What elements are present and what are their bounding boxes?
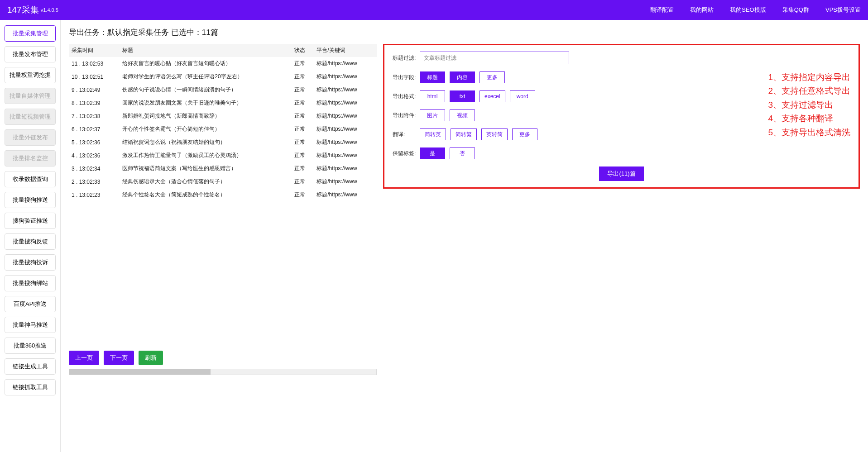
format-word-btn[interactable]: word — [510, 90, 535, 102]
table-row[interactable]: 11 . 13:02:53给好友留言的暖心贴（好友留言短句暖心话）正常标题/ht… — [69, 57, 377, 70]
cell-time: 11 . 13:02:53 — [69, 57, 120, 70]
field-label: 导出字段: — [393, 74, 420, 81]
table-row[interactable]: 3 . 13:02:34医师节祝福语简短文案（写给医生的感恩赠言）正常标题/ht… — [69, 162, 377, 175]
cell-time: 1 . 13:02:23 — [69, 188, 120, 201]
table-row[interactable]: 9 . 13:02:49伤感的句子说说心情（一瞬间情绪崩溃的句子）正常标题/ht… — [69, 83, 377, 96]
sidebar-item[interactable]: 链接生成工具 — [5, 358, 56, 375]
format-label: 导出格式: — [393, 93, 420, 100]
cell-platform: 标题/https://www — [314, 188, 377, 201]
trans-more-btn[interactable]: 更多 — [512, 128, 537, 140]
cell-platform: 标题/https://www — [314, 57, 377, 70]
prev-page-button[interactable]: 上一页 — [69, 351, 99, 365]
cell-platform: 标题/https://www — [314, 149, 377, 162]
cell-status: 正常 — [292, 123, 314, 136]
sidebar-item[interactable]: 批量发布管理 — [5, 46, 56, 62]
cell-title: 医师节祝福语简短文案（写给医生的感恩赠言） — [120, 162, 292, 175]
export-button[interactable]: 导出(11)篇 — [599, 167, 643, 181]
col-status: 状态 — [292, 44, 314, 57]
sidebar-item[interactable]: 批量搜狗反馈 — [5, 233, 56, 250]
feature-item: 1、支持指定内容导出 — [768, 71, 850, 84]
sidebar-item: 批量外链发布 — [5, 129, 56, 146]
table-row[interactable]: 8 . 13:02:39回家的说说发朋友圈文案（关于旧迹的唯美句子）正常标题/h… — [69, 96, 377, 109]
sidebar-item: 批量短视频管理 — [5, 109, 56, 125]
cell-title: 经典伤感语录大全（适合心情低落的句子） — [120, 175, 292, 188]
format-txt-btn[interactable]: txt — [450, 90, 475, 102]
col-time: 采集时间 — [69, 44, 120, 57]
table-row[interactable]: 10 . 13:02:51老师对学生的评语怎么写（班主任评语20字左右）正常标题… — [69, 70, 377, 83]
app-version: v1.4.0.5 — [41, 7, 58, 13]
table-row[interactable]: 4 . 13:02:36激发工作热情正能量句子（激励员工的心灵鸡汤）正常标题/h… — [69, 149, 377, 162]
cell-title: 伤感的句子说说心情（一瞬间情绪崩溃的句子） — [120, 83, 292, 96]
sidebar-item: 批量排名监控 — [5, 150, 56, 167]
keep-yes-btn[interactable]: 是 — [420, 147, 445, 159]
field-more-btn[interactable]: 更多 — [480, 71, 505, 83]
field-title-btn[interactable]: 标题 — [420, 71, 445, 83]
cell-platform: 标题/https://www — [314, 136, 377, 149]
nav-qq-group[interactable]: 采集QQ群 — [782, 6, 809, 14]
cell-time: 5 . 13:02:36 — [69, 136, 120, 149]
app-logo: 147采集 — [7, 4, 39, 16]
sidebar-item[interactable]: 批量360推送 — [5, 338, 56, 354]
sidebar-item[interactable]: 批量搜狗绑站 — [5, 275, 56, 291]
cell-platform: 标题/https://www — [314, 123, 377, 136]
next-page-button[interactable]: 下一页 — [104, 351, 134, 365]
cell-status: 正常 — [292, 188, 314, 201]
table-row[interactable]: 7 . 13:02:38新郎婚礼贺词接地气（新郎高情商致辞）正常标题/https… — [69, 109, 377, 123]
task-table-wrap: 采集时间 标题 状态 平台/关键词 11 . 13:02:53给好友留言的暖心贴… — [69, 44, 377, 201]
export-panel: 标题过滤: 导出字段: 标题 内容 更多 导出格式: h — [383, 44, 860, 189]
sidebar-item[interactable]: 批量搜狗推送 — [5, 192, 56, 208]
nav-vps-dial[interactable]: VPS拨号设置 — [825, 6, 861, 14]
table-row[interactable]: 6 . 13:02:37开心的个性签名霸气（开心简短的佳句）正常标题/https… — [69, 123, 377, 136]
sidebar-item[interactable]: 批量权重词挖掘 — [5, 67, 56, 83]
keep-no-btn[interactable]: 否 — [450, 147, 475, 159]
cell-time: 2 . 13:02:33 — [69, 175, 120, 188]
cell-status: 正常 — [292, 70, 314, 83]
cell-platform: 标题/https://www — [314, 70, 377, 83]
title-filter-input[interactable] — [420, 52, 569, 64]
sidebar-item[interactable]: 批量采集管理 — [5, 25, 56, 42]
scrollbar-thumb[interactable] — [69, 369, 211, 375]
main-content: 导出任务：默认指定采集任务 已选中：11篇 采集时间 标题 状态 平台/关键词 … — [61, 20, 868, 452]
att-video-btn[interactable]: 视频 — [450, 109, 475, 121]
cell-platform: 标题/https://www — [314, 175, 377, 188]
cell-title: 激发工作热情正能量句子（激励员工的心灵鸡汤） — [120, 149, 292, 162]
cell-status: 正常 — [292, 175, 314, 188]
sidebar-item[interactable]: 收录数据查询 — [5, 171, 56, 187]
pagination-bar: 上一页 下一页 刷新 — [69, 351, 860, 365]
nav-translate-config[interactable]: 翻译配置 — [650, 6, 674, 14]
feature-list: 1、支持指定内容导出2、支持任意格式导出3、支持过滤导出4、支持各种翻译5、支持… — [768, 71, 850, 139]
cell-platform: 标题/https://www — [314, 109, 377, 123]
field-content-btn[interactable]: 内容 — [450, 71, 475, 83]
trans-e2s-btn[interactable]: 英转简 — [481, 128, 508, 140]
sidebar-item[interactable]: 搜狗验证推送 — [5, 213, 56, 229]
cell-status: 正常 — [292, 83, 314, 96]
refresh-button[interactable]: 刷新 — [139, 351, 163, 365]
keep-label: 保留标签: — [393, 150, 420, 157]
nav-my-site[interactable]: 我的网站 — [690, 6, 714, 14]
sidebar-item[interactable]: 百度API推送 — [5, 296, 56, 312]
col-platform: 平台/关键词 — [314, 44, 377, 57]
cell-platform: 标题/https://www — [314, 96, 377, 109]
cell-status: 正常 — [292, 162, 314, 175]
cell-time: 6 . 13:02:37 — [69, 123, 120, 136]
trans-s2e-btn[interactable]: 简转英 — [420, 128, 446, 140]
format-html-btn[interactable]: html — [420, 90, 445, 102]
page-title: 导出任务：默认指定采集任务 已选中：11篇 — [69, 27, 860, 38]
sidebar-item[interactable]: 批量神马推送 — [5, 317, 56, 333]
nav-seo-template[interactable]: 我的SEO模版 — [730, 6, 766, 14]
trans-label: 翻译: — [393, 131, 420, 138]
table-row[interactable]: 1 . 13:02:23经典个性签名大全（简短成熟的个性签名）正常标题/http… — [69, 188, 377, 201]
cell-status: 正常 — [292, 109, 314, 123]
sidebar-item[interactable]: 批量搜狗投诉 — [5, 254, 56, 271]
att-image-btn[interactable]: 图片 — [420, 109, 445, 121]
horizontal-scrollbar[interactable] — [69, 369, 377, 375]
cell-time: 9 . 13:02:49 — [69, 83, 120, 96]
trans-s2t-btn[interactable]: 简转繁 — [451, 128, 477, 140]
feature-item: 5、支持导出格式清洗 — [768, 126, 850, 139]
table-row[interactable]: 2 . 13:02:33经典伤感语录大全（适合心情低落的句子）正常标题/http… — [69, 175, 377, 188]
sidebar-item[interactable]: 链接抓取工具 — [5, 379, 56, 395]
feature-item: 4、支持各种翻译 — [768, 112, 850, 125]
table-row[interactable]: 5 . 13:02:36结婚祝贺词怎么说（祝福朋友结婚的短句）正常标题/http… — [69, 136, 377, 149]
format-excel-btn[interactable]: execel — [480, 90, 505, 102]
cell-time: 10 . 13:02:51 — [69, 70, 120, 83]
